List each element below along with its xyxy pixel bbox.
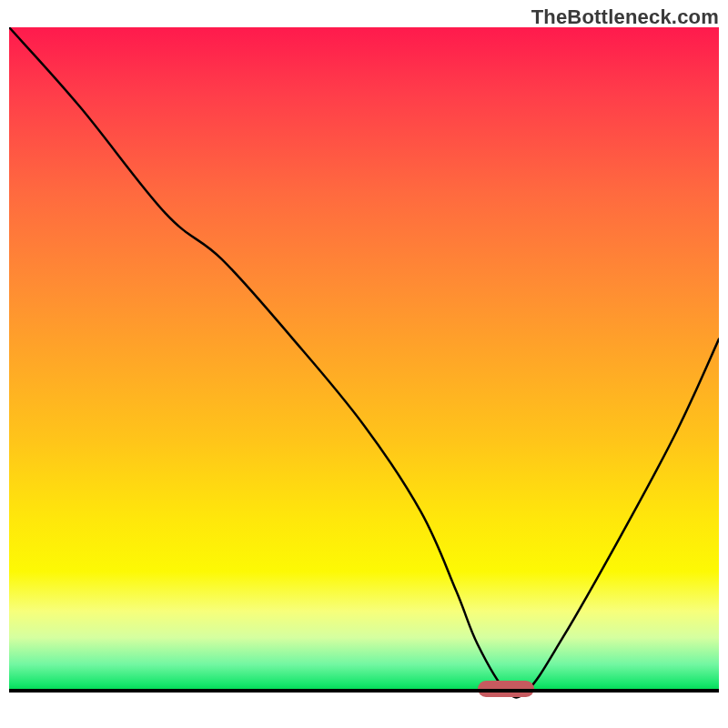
x-axis-line xyxy=(9,689,719,693)
bottleneck-curve xyxy=(9,27,719,697)
chart-container: TheBottleneck.com xyxy=(0,0,728,728)
watermark-text: TheBottleneck.com xyxy=(531,5,719,29)
curve-svg xyxy=(9,27,719,719)
plot-area xyxy=(9,27,719,719)
